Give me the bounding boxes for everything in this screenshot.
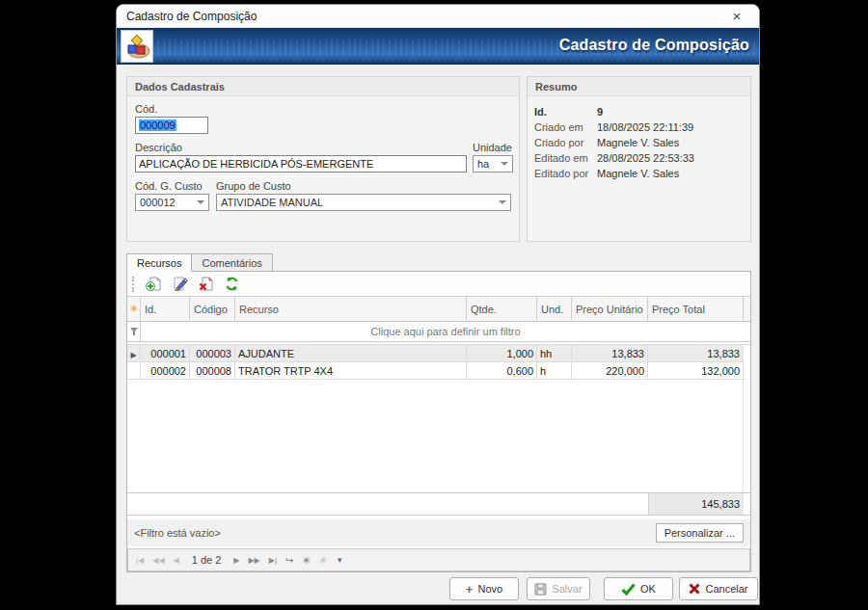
criado-por-label: Criado por [534, 135, 597, 150]
criado-por-value: Magnele V. Sales [597, 135, 679, 150]
descricao-input[interactable]: APLICAÇÃO DE HERBICIDA PÓS-EMERGENTE [135, 155, 467, 172]
filter-funnel-icon [127, 322, 141, 341]
nav-first-icon[interactable]: |◀ [136, 556, 144, 565]
grid-filter-row[interactable]: Clique aqui para definir um filtro [127, 322, 750, 342]
cod-value: 000009 [139, 119, 176, 131]
nav-new-record-disabled-icon: ✳ [319, 555, 327, 566]
title-bar: Cadastro de Composição × [117, 5, 759, 28]
table-row[interactable]: ▶ 000001 000003 AJUDANTE 1,000 hh 13,833… [127, 345, 750, 362]
tab-recursos[interactable]: Recursos [126, 253, 192, 272]
nav-last-icon[interactable]: ▶| [269, 556, 277, 565]
header-right-strip [744, 297, 750, 321]
descricao-label: Descrição [135, 142, 182, 153]
cod-g-custo-label: Cód. G. Custo [135, 180, 203, 192]
grid-total-row: 145,833 [127, 492, 750, 516]
cell-und: hh [537, 345, 572, 362]
unidade-label: Unidade [473, 142, 512, 153]
header-banner: Cadastro de Composição [117, 28, 759, 65]
salvar-label: Salvar [552, 583, 582, 595]
resumo-row-editado-por: Editado por Magnele V. Sales [534, 166, 750, 181]
cancel-x-icon [689, 583, 700, 595]
ok-button[interactable]: OK [604, 577, 673, 600]
grid-empty-area [127, 380, 750, 492]
pager-label: 1 de 2 [192, 554, 222, 566]
close-icon[interactable]: × [724, 7, 749, 26]
unidade-select[interactable]: ha [473, 155, 513, 172]
total-value: 145,833 [648, 493, 744, 515]
record-navigator: |◀ ◀◀ ◀ 1 de 2 ▶ ▶▶ ▶| ↪ ✳ ✳ ▼ [127, 548, 750, 571]
gutter-star-icon: ✳ [127, 297, 141, 321]
filter-prompt[interactable]: Clique aqui para definir um filtro [141, 322, 750, 341]
row-right-strip [744, 345, 750, 362]
banner-title: Cadastro de Composição [559, 37, 749, 54]
nav-prev-page-icon[interactable]: ◀◀ [152, 556, 164, 565]
col-header-preco-total[interactable]: Preço Total [648, 297, 744, 321]
refresh-button[interactable] [222, 275, 241, 294]
row-gutter [127, 362, 141, 380]
resumo-id-value: 9 [597, 104, 603, 119]
cell-codigo: 000008 [190, 362, 235, 380]
cell-id: 000001 [141, 345, 190, 362]
grid-header-row: ✳ Id. Código Recurso Qtde. Und. Preço Un… [127, 297, 750, 322]
resumo-header: Resumo [528, 77, 750, 96]
edit-row-button[interactable] [170, 275, 189, 294]
recursos-panel: ✳ Id. Código Recurso Qtde. Und. Preço Un… [126, 271, 751, 572]
plus-icon: + [466, 583, 474, 596]
editado-por-label: Editado por [534, 166, 597, 181]
total-right-strip [744, 493, 750, 515]
cell-qtde: 1,000 [467, 345, 537, 362]
cell-und: h [537, 362, 572, 380]
chevron-down-icon [501, 162, 508, 166]
editado-por-value: Magnele V. Sales [597, 166, 679, 181]
refresh-icon [224, 276, 240, 292]
cell-preco-unitario: 220,000 [572, 362, 648, 380]
nav-filter-icon[interactable]: ▼ [336, 556, 343, 565]
cancelar-label: Cancelar [705, 583, 747, 595]
grupo-custo-select[interactable]: ATIVIDADE MANUAL [216, 194, 511, 211]
resumo-row-criado-em: Criado em 18/08/2025 22:11:39 [534, 119, 750, 135]
floppy-disk-icon [534, 583, 547, 596]
row-right-strip [744, 362, 750, 380]
col-header-qtde[interactable]: Qtde. [467, 297, 537, 321]
nav-new-record-icon[interactable]: ✳ [302, 555, 310, 566]
personalizar-button[interactable]: Personalizar ... [656, 523, 744, 543]
cod-input[interactable]: 000009 [135, 117, 208, 134]
cell-qtde: 0,600 [467, 362, 537, 380]
cell-preco-unitario: 13,833 [572, 345, 648, 362]
nav-next-icon[interactable]: ▶ [233, 556, 239, 565]
col-header-codigo[interactable]: Código [190, 297, 235, 321]
cod-g-custo-select[interactable]: 000012 [135, 194, 209, 211]
resumo-group: Resumo Id. 9 Criado em 18/08/2025 22:11:… [527, 76, 751, 242]
add-row-button[interactable] [144, 275, 163, 294]
cell-preco-total: 13,833 [648, 345, 744, 362]
editado-em-label: Editado em [534, 150, 597, 166]
salvar-button[interactable]: Salvar [527, 577, 590, 600]
descricao-value: APLICAÇÃO DE HERBICIDA PÓS-EMERGENTE [139, 158, 373, 170]
cancelar-button[interactable]: Cancelar [679, 577, 758, 600]
cell-codigo: 000003 [190, 345, 235, 362]
cell-preco-total: 132,000 [648, 362, 744, 380]
filter-status-text: <Filtro está vazio> [134, 527, 221, 539]
grid-toolbar [127, 272, 750, 297]
col-header-recurso[interactable]: Recurso [235, 297, 467, 321]
add-document-icon [146, 276, 162, 292]
novo-button[interactable]: + Novo [449, 577, 519, 600]
cell-id: 000002 [141, 362, 190, 380]
col-header-id[interactable]: Id. [141, 297, 190, 321]
chevron-down-icon [197, 200, 204, 204]
delete-row-button[interactable] [196, 275, 215, 294]
nav-prev-icon[interactable]: ◀ [174, 556, 179, 565]
grupo-custo-value: ATIVIDADE MANUAL [221, 197, 323, 208]
nav-next-page-icon[interactable]: ▶▶ [248, 556, 259, 565]
criado-em-value: 18/08/2025 22:11:39 [597, 119, 693, 135]
window-title: Cadastro de Composição [126, 10, 724, 23]
col-header-preco-unitario[interactable]: Preço Unitário [572, 297, 648, 321]
check-icon [621, 583, 636, 596]
tab-comentarios[interactable]: Comentários [192, 253, 272, 272]
resumo-row-id: Id. 9 [534, 104, 750, 119]
nav-undo-icon[interactable]: ↪ [285, 555, 293, 566]
edit-pencil-icon [172, 276, 188, 292]
unidade-value: ha [477, 158, 489, 170]
col-header-und[interactable]: Und. [537, 297, 572, 321]
table-row[interactable]: 000002 000008 TRATOR TRTP 4X4 0,600 h 22… [127, 362, 750, 380]
